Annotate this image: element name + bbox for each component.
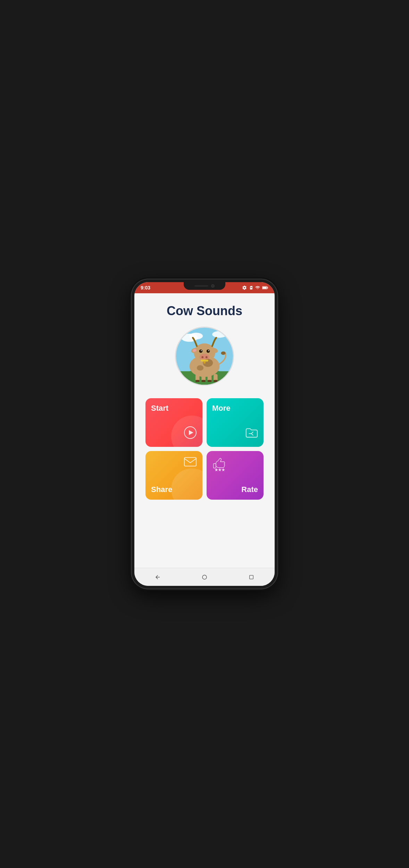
home-nav-button[interactable]: [197, 570, 212, 585]
sim-icon: [249, 285, 253, 290]
more-label: More: [212, 404, 231, 413]
start-label: Start: [151, 404, 168, 413]
svg-point-20: [206, 356, 208, 358]
svg-point-34: [184, 427, 196, 439]
rate-label: Rate: [241, 485, 258, 494]
gear-icon: [242, 285, 247, 290]
buttons-grid: Start More: [145, 398, 264, 500]
nav-bar: [134, 568, 275, 586]
speaker: [194, 285, 208, 287]
rate-button[interactable]: ★★★ Rate: [207, 451, 264, 500]
play-icon: [184, 426, 197, 441]
svg-rect-40: [249, 575, 253, 579]
phone-frame: 9:03: [132, 279, 277, 589]
start-button[interactable]: Start: [145, 398, 202, 447]
recents-nav-button[interactable]: [244, 570, 259, 585]
battery-icon: [262, 286, 268, 290]
svg-point-5: [190, 333, 203, 339]
svg-point-14: [199, 350, 203, 353]
svg-rect-27: [195, 380, 200, 382]
svg-point-39: [202, 575, 207, 579]
status-time: 9:03: [141, 285, 150, 290]
svg-rect-33: [203, 361, 206, 363]
svg-marker-35: [189, 430, 193, 435]
more-button[interactable]: More: [207, 398, 264, 447]
svg-rect-30: [214, 380, 218, 382]
camera-notch: [184, 282, 225, 290]
svg-point-19: [201, 356, 203, 358]
folder-icon: [245, 426, 258, 441]
recents-icon: [249, 574, 254, 580]
svg-point-6: [212, 331, 227, 338]
svg-point-17: [208, 350, 209, 351]
share-label: Share: [151, 485, 172, 494]
svg-rect-1: [267, 287, 268, 288]
svg-rect-28: [201, 380, 206, 382]
svg-rect-29: [208, 380, 212, 382]
home-icon: [201, 574, 208, 580]
cow-image: [175, 327, 234, 386]
svg-point-31: [221, 351, 226, 355]
svg-point-16: [201, 350, 202, 351]
screen: 9:03: [134, 282, 275, 586]
share-button[interactable]: Share: [145, 451, 202, 500]
back-icon: [155, 574, 161, 580]
svg-rect-36: [184, 458, 196, 466]
svg-text:★★★: ★★★: [215, 468, 225, 472]
app-content: Cow Sounds: [134, 293, 275, 568]
svg-rect-37: [214, 464, 216, 468]
svg-rect-2: [262, 287, 267, 288]
status-icons: [242, 285, 268, 290]
svg-point-22: [197, 365, 203, 370]
svg-rect-32: [201, 360, 208, 362]
svg-point-15: [207, 350, 210, 353]
signal-icon: [255, 285, 260, 290]
mail-icon: [184, 457, 197, 469]
app-title: Cow Sounds: [167, 304, 242, 318]
back-nav-button[interactable]: [150, 570, 165, 585]
camera-lens: [211, 284, 215, 288]
cow-svg: [176, 328, 233, 385]
thumbsup-stars-icon: ★★★: [212, 457, 229, 474]
